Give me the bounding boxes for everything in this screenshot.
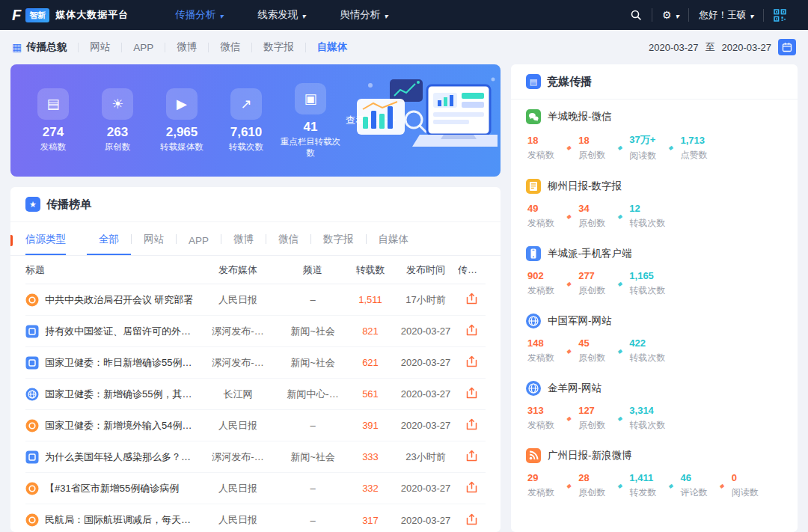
- tab-wechat[interactable]: 微信: [209, 40, 251, 54]
- filter-app[interactable]: APP: [177, 235, 221, 255]
- publish-media: 人民日报: [198, 419, 278, 432]
- spread-analysis-button[interactable]: [466, 355, 477, 367]
- filter-self-media[interactable]: 自媒体: [367, 233, 421, 255]
- platform-name: 媒体大数据平台: [55, 8, 129, 22]
- channel: –: [278, 483, 347, 494]
- ranking-card-title: 传播榜单: [46, 198, 91, 212]
- filter-digital-paper[interactable]: 数字报: [311, 233, 366, 255]
- repost-count: 391: [347, 420, 394, 431]
- stat-label: 转载次数: [629, 217, 665, 230]
- filter-wechat[interactable]: 微信: [266, 233, 310, 255]
- col-analysis: 传播分析: [458, 263, 486, 277]
- table-row[interactable]: 国家卫健委：昨日新增确诊55例… 漯河发布-… 新闻~社会 621 2020-0…: [25, 347, 486, 379]
- competitor-card-header: ▤ 竞媒传播: [511, 64, 798, 100]
- competitor-name[interactable]: 金羊网-网站: [548, 382, 602, 395]
- tab-weibo[interactable]: 微博: [165, 40, 208, 54]
- settings-button[interactable]: ⚙: [652, 8, 689, 22]
- chevron-down-icon: [675, 8, 679, 22]
- menu-label: 舆情分析: [340, 8, 380, 22]
- article-title[interactable]: 国家卫健委：新增境外输入54例…: [45, 419, 192, 432]
- spread-analysis-button[interactable]: [466, 418, 477, 430]
- spread-analysis-button[interactable]: [466, 513, 477, 525]
- search-button[interactable]: [620, 9, 652, 21]
- stat-label: 转载次数: [229, 141, 263, 152]
- export-icon: [466, 418, 477, 430]
- spread-analysis-button[interactable]: [466, 324, 477, 336]
- calendar-button[interactable]: [778, 39, 796, 55]
- competitor-name[interactable]: 广州日报-新浪微博: [548, 449, 632, 462]
- user-menu[interactable]: 您好！王硕: [688, 8, 763, 22]
- table-row[interactable]: 持有效中国签证、居留许可的外… 漯河发布-… 新闻~社会 821 2020-03…: [25, 316, 486, 347]
- stat-label: 阅读数: [629, 150, 661, 162]
- tab-self-media[interactable]: 自媒体: [306, 40, 359, 54]
- navbar-actions: ⚙ 您好！王硕: [620, 8, 796, 22]
- original-icon: ☀: [102, 88, 133, 120]
- competitor-name[interactable]: 柳州日报-数字报: [548, 180, 622, 193]
- filter-all[interactable]: 全部: [87, 233, 131, 255]
- tab-digital-paper[interactable]: 数字报: [252, 40, 305, 54]
- article-title[interactable]: 民航局：国际航班调减后，每天…: [45, 513, 191, 527]
- table-row[interactable]: 【#31省区市新增55例确诊病例 人民日报 – 332 2020-03-27: [25, 473, 486, 504]
- filter-website[interactable]: 网站: [132, 233, 176, 255]
- article-title[interactable]: 国家卫健委：昨日新增确诊55例…: [45, 356, 192, 370]
- filter-weibo[interactable]: 微博: [221, 233, 266, 255]
- spread-analysis-button[interactable]: [466, 387, 477, 399]
- diamond-icon: [617, 144, 622, 151]
- publish-time: 2020-03-27: [394, 420, 458, 431]
- diamond-icon: [566, 415, 571, 422]
- repost-count: 1,511: [347, 294, 394, 305]
- export-icon: [466, 513, 477, 525]
- stat-value: 46: [680, 472, 711, 483]
- table-row[interactable]: 中共中央政治局召开会议 研究部署 人民日报 – 1,511 17小时前: [25, 284, 486, 316]
- publish-media: 漯河发布-…: [198, 450, 278, 464]
- date-to[interactable]: 2020-03-27: [722, 42, 772, 53]
- channel: 新闻~社会: [278, 325, 347, 338]
- stat-value: 28: [578, 472, 610, 483]
- stat-label: 转载媒体数: [160, 141, 203, 152]
- tab-app[interactable]: APP: [122, 42, 165, 53]
- competitor-name[interactable]: 羊城晚报-微信: [548, 110, 612, 123]
- table-row[interactable]: 民航局：国际航班调减后，每天… 人民日报 – 317 2020-03-27: [25, 504, 486, 532]
- competitor-name[interactable]: 中国军网-网站: [548, 314, 612, 328]
- website-icon: [526, 314, 541, 328]
- competitor-name[interactable]: 羊城派-手机客户端: [548, 247, 632, 260]
- article-title[interactable]: 为什么美国年轻人感染那么多？…: [45, 450, 191, 464]
- article-title[interactable]: 持有效中国签证、居留许可的外…: [45, 325, 191, 338]
- competitor-stats: 902发稿数 277原创数 1,165转载次数: [526, 270, 783, 297]
- tab-overview[interactable]: ▦传播总貌: [12, 40, 78, 54]
- overview-icon: ▦: [12, 41, 22, 53]
- app-icon: [25, 356, 39, 370]
- table-row[interactable]: 国家卫健委：新增境外输入54例… 人民日报 – 391 2020-03-27: [25, 410, 486, 441]
- menu-item-sentiment-analysis[interactable]: 舆情分析: [340, 8, 388, 22]
- ranking-icon: ★: [25, 197, 40, 212]
- competitor-icon: ▤: [526, 74, 541, 89]
- article-title[interactable]: 【#31省区市新增55例确诊病例: [45, 482, 179, 495]
- stat-value: 1,411: [629, 472, 661, 483]
- date-range-picker[interactable]: 2020-03-27 至 2020-03-27: [649, 39, 796, 55]
- competitor-item: 羊城晚报-微信 18发稿数 18原创数 37万+阅读数 1,713点赞数: [511, 100, 798, 169]
- tab-website[interactable]: 网站: [79, 40, 121, 54]
- diamond-icon: [617, 483, 622, 489]
- chevron-down-icon: [219, 10, 223, 21]
- article-title[interactable]: 国家卫健委：新增确诊55例，其…: [45, 388, 192, 401]
- spread-analysis-button[interactable]: [466, 450, 477, 462]
- main-content: ▤ 274 发稿数 ☀ 263 原创数 ▶ 2,965 转载媒体数 ↗ 7,61…: [0, 64, 808, 532]
- qr-code-button[interactable]: [763, 9, 796, 22]
- stat-value: 29: [527, 472, 559, 483]
- diamond-icon: [617, 415, 622, 422]
- stat-value: 3,314: [629, 405, 665, 416]
- table-row[interactable]: 为什么美国年轻人感染那么多？… 漯河发布-… 新闻~社会 333 23小时前: [25, 441, 486, 473]
- spread-analysis-button[interactable]: [466, 481, 477, 493]
- spread-analysis-button[interactable]: [466, 293, 477, 305]
- menu-item-clue-discovery[interactable]: 线索发现: [257, 8, 305, 22]
- stat-value: 127: [578, 405, 610, 416]
- article-title[interactable]: 中共中央政治局召开会议 研究部署: [45, 293, 194, 307]
- source-type-label[interactable]: 信源类型: [25, 233, 66, 255]
- competitor-item: 广州日报-新浪微博 29发稿数 28原创数 1,411转发数 46评论数 0阅读…: [511, 438, 798, 506]
- date-from[interactable]: 2020-03-27: [649, 42, 699, 53]
- logo[interactable]: F 智新 媒体大数据平台: [12, 7, 175, 22]
- chevron-down-icon: [302, 10, 305, 21]
- table-row[interactable]: 国家卫健委：新增确诊55例，其… 长江网 新闻中心-… 561 2020-03-…: [25, 379, 486, 410]
- export-icon: [466, 355, 477, 367]
- menu-item-spread-analysis[interactable]: 传播分析: [175, 8, 223, 22]
